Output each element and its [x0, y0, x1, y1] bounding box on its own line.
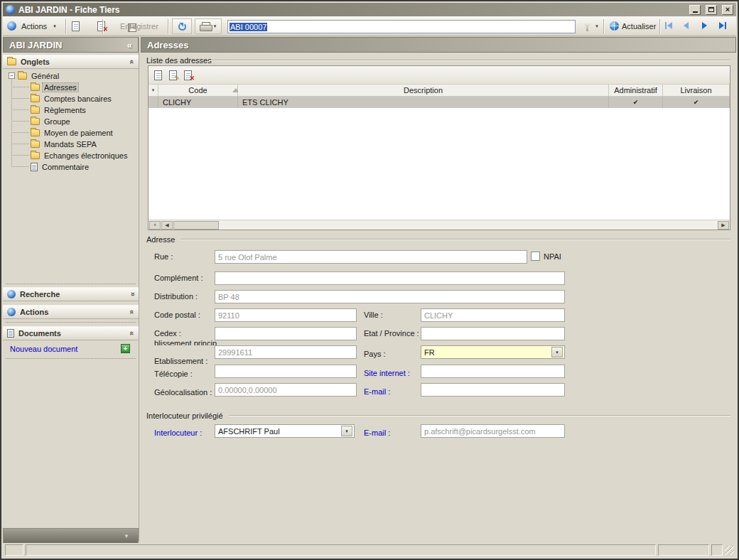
- refresh-button[interactable]: Actualiser: [622, 22, 656, 31]
- collapse-sidebar-button[interactable]: «: [127, 40, 132, 50]
- tree-item-adresses[interactable]: Adresses: [31, 82, 78, 92]
- tree-item-label[interactable]: Groupe: [43, 117, 72, 126]
- collapse-node-icon[interactable]: −: [9, 72, 15, 79]
- last-record-button[interactable]: [719, 22, 726, 29]
- tree-item-commentaire[interactable]: Commentaire: [31, 161, 90, 172]
- column-header-livraison[interactable]: Livraison: [663, 85, 730, 97]
- maximize-button[interactable]: [706, 5, 717, 15]
- tree-item-label[interactable]: Comptes bancaires: [43, 95, 113, 103]
- email-field[interactable]: [421, 383, 565, 397]
- new-address-button[interactable]: [154, 70, 162, 80]
- section-documents[interactable]: Documents «: [3, 326, 139, 340]
- main-toolbar: Actions ▼ ✕ Enregistrer ▼ ABI 00007 ▼ Ac…: [3, 16, 736, 36]
- distribution-field[interactable]: [215, 290, 565, 303]
- sidebar-bottom-bar[interactable]: ▼: [3, 528, 139, 544]
- scroll-left-button[interactable]: ◀: [161, 221, 173, 230]
- tree-item-comptes-bancaires[interactable]: Comptes bancaires: [31, 93, 113, 104]
- tree-item-label[interactable]: Adresses: [43, 83, 78, 92]
- row-selector-cell[interactable]: [149, 97, 158, 108]
- toolbar-separator: [659, 19, 661, 33]
- tree-item-label[interactable]: Règlements: [43, 106, 87, 114]
- email-label[interactable]: E-mail :: [364, 387, 390, 396]
- complement-field[interactable]: [215, 271, 565, 285]
- chevron-down-icon[interactable]: «: [128, 292, 136, 296]
- npai-checkbox[interactable]: [531, 252, 540, 261]
- cell-administratif-check[interactable]: ✔: [609, 97, 663, 108]
- tree-item-reglements[interactable]: Règlements: [31, 104, 87, 115]
- tree-item-moyen-de-paiement[interactable]: Moyen de paiement: [31, 127, 114, 138]
- sidebar-divider: [6, 322, 136, 323]
- chevron-up-icon[interactable]: «: [128, 60, 136, 64]
- column-header-code[interactable]: Code: [158, 85, 238, 97]
- record-reference-input[interactable]: ABI 00007: [227, 20, 576, 33]
- site-internet-label[interactable]: Site internet :: [364, 369, 410, 377]
- chevron-up-icon[interactable]: «: [128, 331, 136, 335]
- table-row[interactable]: CLICHY ETS CLICHY ✔ ✔: [149, 97, 730, 108]
- save-button[interactable]: Enregistrer: [120, 22, 158, 31]
- rue-field[interactable]: [215, 250, 527, 264]
- combo-dropdown-button[interactable]: ▼: [341, 426, 352, 436]
- interlocuteur-combobox[interactable]: AFSCHRIFT Paul ▼: [215, 424, 355, 438]
- tree-item-label[interactable]: Moyen de paiement: [43, 129, 114, 137]
- new-document-link[interactable]: Nouveau document: [10, 345, 77, 353]
- tree-item-mandats-sepa[interactable]: Mandats SEPA: [31, 139, 98, 149]
- column-header-administratif[interactable]: Administratif: [609, 85, 663, 97]
- ville-field[interactable]: [421, 308, 565, 322]
- filter-icon[interactable]: [583, 23, 592, 31]
- etat-province-field[interactable]: [421, 327, 565, 340]
- add-row-button[interactable]: +: [149, 221, 161, 230]
- horizontal-scrollbar[interactable]: + ◀ ▶: [149, 220, 730, 230]
- refresh-record-button[interactable]: [172, 18, 192, 34]
- site-internet-field[interactable]: [421, 365, 565, 378]
- new-record-button[interactable]: [72, 21, 80, 31]
- delete-address-button[interactable]: ✕: [184, 70, 192, 80]
- geolocalisation-field[interactable]: [215, 383, 357, 397]
- section-recherche[interactable]: Recherche «: [3, 287, 139, 301]
- etat-province-label: Etat / Province :: [364, 329, 419, 338]
- resize-grip[interactable]: [725, 546, 734, 555]
- first-record-button[interactable]: [665, 22, 672, 29]
- print-button[interactable]: ▼: [195, 18, 222, 34]
- tree-item-label[interactable]: Echanges électroniques: [43, 151, 129, 160]
- scroll-right-button[interactable]: ▶: [718, 221, 729, 230]
- delete-record-button[interactable]: ✕: [97, 21, 105, 31]
- interlocuteur-email-field[interactable]: [421, 424, 565, 438]
- pays-combobox[interactable]: FR ▼: [421, 345, 565, 359]
- code-postal-field[interactable]: [215, 308, 357, 322]
- cell-code[interactable]: CLICHY: [158, 97, 238, 108]
- actions-menu-button[interactable]: Actions: [21, 22, 47, 31]
- interlocuteur-email-label[interactable]: E-mail :: [364, 429, 390, 437]
- cell-description[interactable]: ETS CLICHY: [238, 97, 609, 108]
- folder-icon: [31, 152, 40, 159]
- tree-node-general[interactable]: − Général: [9, 70, 60, 81]
- telecopie-field[interactable]: [215, 365, 357, 378]
- add-document-button[interactable]: +: [121, 344, 130, 353]
- grid-filter-cell[interactable]: ▼: [149, 85, 158, 97]
- next-record-button[interactable]: [702, 22, 707, 29]
- tree-node-label[interactable]: Général: [30, 72, 60, 80]
- chevron-down-icon[interactable]: ▼: [53, 24, 57, 28]
- chevron-up-icon[interactable]: «: [128, 310, 136, 314]
- cell-livraison-check[interactable]: ✔: [663, 97, 730, 108]
- minimize-button[interactable]: [689, 5, 701, 15]
- combo-dropdown-button[interactable]: ▼: [551, 347, 563, 357]
- section-actions[interactable]: Actions «: [3, 305, 139, 319]
- code-postal-label: Code postal :: [154, 311, 200, 319]
- tree-item-groupe[interactable]: Groupe: [31, 116, 72, 126]
- scrollbar-thumb[interactable]: [173, 221, 219, 230]
- tree-item-echanges-electroniques[interactable]: Echanges électroniques: [31, 150, 129, 161]
- close-button[interactable]: ×: [722, 5, 733, 15]
- page-title: Adresses: [147, 40, 189, 50]
- column-header-description[interactable]: Description: [238, 85, 609, 97]
- tree-item-label[interactable]: Commentaire: [41, 163, 90, 171]
- edit-address-button[interactable]: ✎: [169, 70, 177, 80]
- chevron-down-icon[interactable]: ▼: [595, 24, 599, 28]
- etablissement-field[interactable]: [215, 345, 357, 359]
- section-onglets[interactable]: Onglets «: [3, 55, 139, 69]
- tree-item-label[interactable]: Mandats SEPA: [43, 140, 98, 149]
- previous-record-button[interactable]: [684, 22, 689, 29]
- cedex-field[interactable]: [215, 327, 357, 340]
- group-divider-line: [180, 239, 730, 240]
- selected-text: ABI 00007: [230, 23, 267, 31]
- interlocuteur-label[interactable]: Interlocuteur :: [154, 429, 202, 437]
